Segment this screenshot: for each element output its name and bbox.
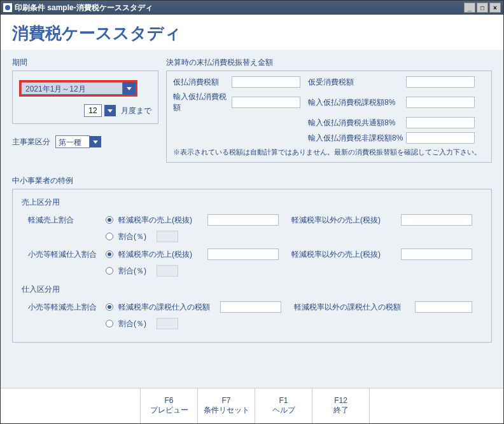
retail-purchase-other-input[interactable] [401,249,472,260]
retail-sales-percent-input[interactable] [157,318,178,329]
import-taxable-8-input[interactable] [406,97,475,108]
window: 印刷条件 sample-消費税ケーススタディ _ □ × 消費税ケーススタディ … [0,0,504,424]
provisional-paid-input[interactable] [232,76,300,88]
retail-sales-radio-percent[interactable] [106,320,113,327]
purchase-subhead: 仕入区分用 [22,284,482,295]
main-business-label: 主事業区分 [12,137,50,147]
month-suffix: 月度まで [121,106,151,116]
chevron-down-icon[interactable] [123,82,136,95]
retail-reduced-purchase-ratio-label: 小売等軽減仕入割合 [22,249,106,260]
f7-label: 条件リセット [204,405,249,416]
f6-label: プレビュー [150,405,188,416]
reduced-sales-ratio-label: 軽減売上割合 [22,215,106,226]
reset-button[interactable]: F7 条件リセット [198,388,255,423]
opt-other-sales-label: 軽減税率以外の売上(税抜) [291,215,401,226]
preview-button[interactable]: F6 プレビュー [141,388,198,423]
provisional-paid-label: 仮払消費税額 [173,77,229,88]
help-button[interactable]: F1 ヘルプ [255,388,312,423]
app-icon [3,3,12,12]
retail-purchase-reduced-input[interactable] [207,249,279,260]
footer: F6 プレビュー F7 条件リセット F1 ヘルプ F12 終了 [1,388,503,423]
other-purchase-tax-input[interactable] [415,301,472,313]
provisional-received-label: 仮受消費税額 [308,77,403,88]
main-business-value: 第一種 [55,135,90,148]
opt-percent-label: 割合(％) [118,231,157,242]
opt-reduced-sales-label-2: 軽減税率の売上(税抜) [118,249,207,260]
reduced-sales-radio-sales[interactable] [106,216,113,224]
f12-key: F12 [334,396,347,405]
import-common-8-input[interactable] [406,117,475,128]
period-label: 期間 [12,57,158,68]
period-frame: 2021年1月～12月 月度まで [12,71,158,124]
period-range-value: 2021年1月～12月 [21,82,123,95]
month-chevron-icon[interactable] [104,105,116,116]
opt-reduced-purchase-tax-label: 軽減税率の課税仕入の税額 [118,302,220,313]
import-nontaxable-8-input[interactable] [406,132,475,144]
reduced-sales-input[interactable] [207,214,279,226]
reduced-purchase-tax-input[interactable] [220,301,281,313]
maximize-button[interactable]: □ [477,3,488,13]
f1-label: ヘルプ [272,405,295,416]
header: 消費税ケーススタディ [1,15,503,50]
f1-key: F1 [279,396,288,405]
period-range-combo[interactable]: 2021年1月～12月 [19,80,137,97]
retail-purchase-percent-input[interactable] [157,265,178,277]
settlement-label: 決算時の末払消費税振替え金額 [166,57,492,68]
exit-button[interactable]: F12 終了 [312,388,370,423]
import-taxable-8-label: 輸入仮払消費税課税額8% [308,97,403,108]
import-provisional-input[interactable] [232,97,300,108]
page-title: 消費税ケーススタディ [12,22,492,44]
window-title: 印刷条件 sample-消費税ケーススタディ [15,3,463,13]
opt-other-purchase-tax-label: 軽減税率以外の課税仕入の税額 [294,302,415,313]
retail-purchase-radio-percent[interactable] [106,267,113,275]
settlement-frame: 仮払消費税額 仮受消費税額 輸入仮払消費税額 輸入仮払消費税課税額8% 輸入仮払… [166,71,492,163]
footer-tail [370,388,503,423]
f6-key: F6 [164,396,173,405]
retail-sales-radio-tax[interactable] [106,303,113,311]
sales-subhead: 売上区分用 [22,197,482,208]
close-button[interactable]: × [489,3,501,13]
svg-point-0 [5,5,10,10]
reduced-sales-radio-percent[interactable] [106,233,113,240]
retail-reduced-sales-ratio-label: 小売等軽減売上割合 [22,302,106,313]
month-input[interactable] [84,104,102,117]
content: 期間 2021年1月～12月 月度まで 主事業区分 第一種 [1,50,503,388]
opt-other-sales-label-2: 軽減税率以外の売上(税抜) [291,249,401,260]
opt-percent-label-2: 割合(％) [118,266,157,277]
other-sales-input[interactable] [401,214,472,226]
footer-spacer [1,388,141,423]
settlement-note: ※表示されている税額は自動計算ではありません。最新の消費税振替額を確認してご入力… [173,147,485,157]
special-frame: 売上区分用 軽減売上割合 軽減税率の売上(税抜) 軽減税率以外の売上(税抜) 割… [12,189,492,343]
titlebar: 印刷条件 sample-消費税ケーススタディ _ □ × [1,1,503,15]
retail-purchase-radio-sales[interactable] [106,250,113,258]
chevron-down-icon[interactable] [90,136,101,147]
f7-key: F7 [221,396,230,405]
reduced-sales-percent-input[interactable] [157,231,178,242]
minimize-button[interactable]: _ [464,3,475,13]
provisional-received-input[interactable] [406,76,475,88]
opt-percent-label-3: 割合(％) [118,318,157,329]
main-business-combo[interactable]: 第一種 [55,135,101,148]
import-common-8-label: 輸入仮払消費税共通額8% [308,118,403,128]
import-nontaxable-8-label: 輸入仮払消費税非課税額8% [308,133,403,144]
import-provisional-label: 輸入仮払消費税額 [173,92,229,113]
special-section-label: 中小事業者の特例 [12,175,492,186]
opt-reduced-sales-label: 軽減税率の売上(税抜) [118,215,207,226]
f12-label: 終了 [333,405,349,416]
